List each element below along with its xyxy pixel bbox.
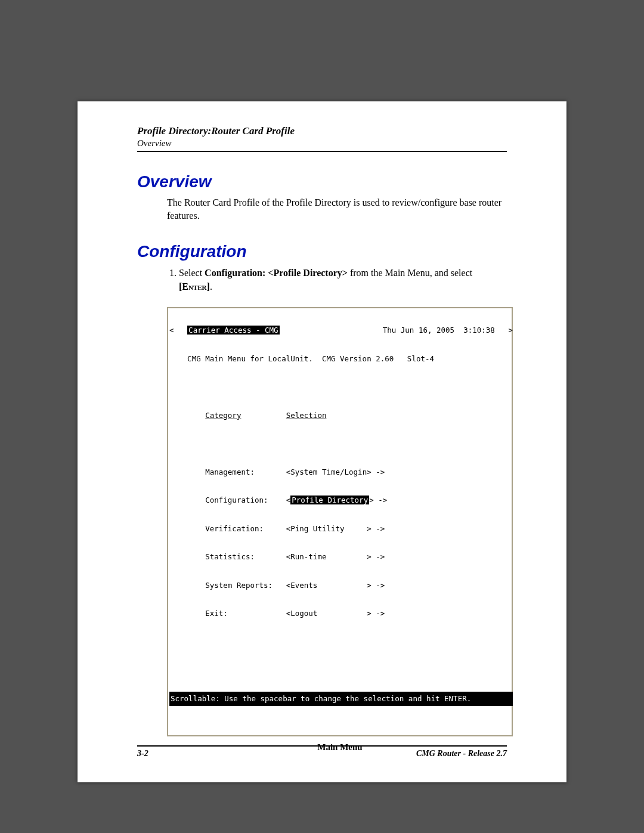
overview-paragraph: The Router Card Profile of the Profile D… [167,196,507,222]
footer-rule [137,745,507,747]
page-number: 3-2 [137,749,148,758]
terminal-row-system-reports: System Reports: <Events > -> [169,578,510,593]
step-text-mid: from the Main Menu, and select [348,268,472,278]
terminal-title: Carrier Access - CMG [187,326,280,335]
terminal-hint: Scrollable: Use the spacebar to change t… [169,692,513,706]
step-text-prefix: Select [179,268,205,278]
configuration-step-1: Select Configuration: <Profile Directory… [179,266,507,293]
terminal-row-management: Management: <System Time/Login> -> [169,465,510,479]
terminal-content: < Carrier Access - CMG Thu Jun 16, 2005 … [169,309,510,735]
terminal-row-exit: Exit: <Logout > -> [169,606,510,621]
running-header-subtitle: Overview [137,138,507,148]
terminal-subtitle: CMG Main Menu for LocalUnit. CMG Version… [187,354,434,363]
terminal-col-category: Category [205,411,241,420]
heading-overview: Overview [137,172,507,191]
terminal-row-statistics: Statistics: <Run-time > -> [169,550,510,564]
step-text-suffix: . [210,281,212,292]
heading-configuration: Configuration [137,242,507,261]
terminal-datetime: Thu Jun 16, 2005 3:10:38 [383,326,495,335]
footer-product: CMG Router - Release 2.7 [416,749,507,758]
terminal-row-verification: Verification: <Ping Utility > -> [169,522,510,536]
terminal-screenshot: < Carrier Access - CMG Thu Jun 16, 2005 … [167,307,513,737]
terminal-row-configuration: Configuration: <Profile Directory> -> [169,493,510,507]
configuration-steps: Select Configuration: <Profile Directory… [167,266,507,293]
page-footer: 3-2 CMG Router - Release 2.7 [137,745,507,758]
step-text-bold: Configuration: <Profile Directory> [205,268,348,278]
running-header-title: Profile Directory:Router Card Profile [137,125,507,137]
terminal-col-selection: Selection [286,411,327,420]
document-page: Profile Directory:Router Card Profile Ov… [78,101,566,782]
step-text-enter: [Enter] [179,281,210,292]
header-rule [137,151,507,152]
